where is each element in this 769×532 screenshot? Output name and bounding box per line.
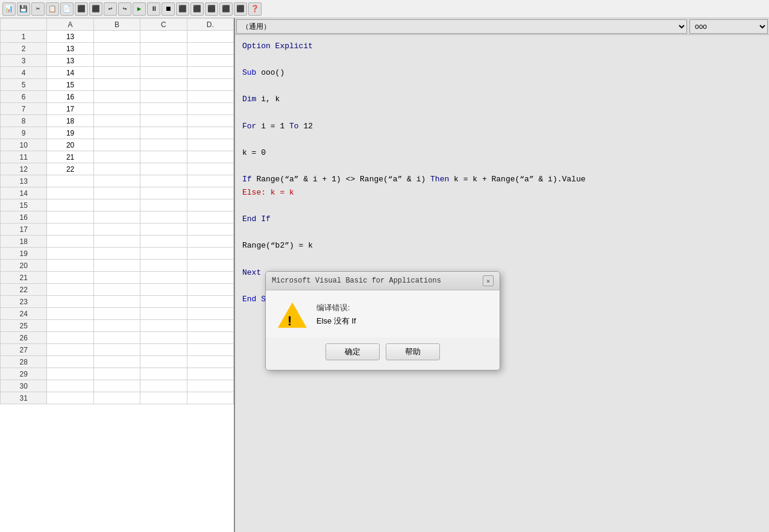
cell-18-a[interactable]	[47, 236, 93, 248]
toolbar-btn-4[interactable]: 📋	[46, 2, 59, 16]
cell-2-b[interactable]	[93, 43, 140, 55]
cell-15-a[interactable]	[47, 199, 93, 211]
table-row[interactable]: 22	[1, 284, 234, 296]
cell-6-b[interactable]	[93, 91, 140, 103]
cell-26-b[interactable]	[93, 332, 140, 344]
cell-8-c[interactable]	[140, 115, 187, 127]
cell-23-d[interactable]	[187, 296, 233, 308]
toolbar-btn-14[interactable]: ⬛	[234, 2, 247, 16]
cell-3-c[interactable]	[140, 55, 187, 67]
cell-27-a[interactable]	[47, 344, 93, 356]
table-row[interactable]: 15	[1, 199, 234, 211]
cell-28-d[interactable]	[187, 356, 233, 368]
cell-25-b[interactable]	[93, 320, 140, 332]
cell-13-c[interactable]	[140, 175, 187, 187]
cell-20-a[interactable]	[47, 260, 93, 272]
cell-10-b[interactable]	[93, 139, 140, 151]
cell-11-d[interactable]	[187, 151, 233, 163]
toolbar-btn-15[interactable]: ❓	[248, 2, 262, 16]
table-row[interactable]: 17	[1, 224, 234, 236]
cell-18-d[interactable]	[187, 236, 233, 248]
cell-6-d[interactable]	[187, 91, 233, 103]
cell-9-d[interactable]	[187, 127, 233, 139]
table-row[interactable]: 29	[1, 368, 234, 380]
table-row[interactable]: 24	[1, 308, 234, 320]
cell-5-c[interactable]	[140, 79, 187, 91]
cell-22-b[interactable]	[93, 284, 140, 296]
cell-17-a[interactable]	[47, 224, 93, 236]
cell-29-c[interactable]	[140, 368, 187, 380]
cell-23-a[interactable]	[47, 296, 93, 308]
cell-11-c[interactable]	[140, 151, 187, 163]
cell-10-d[interactable]	[187, 139, 233, 151]
table-row[interactable]: 1121	[1, 151, 234, 163]
cell-15-c[interactable]	[140, 199, 187, 211]
cell-18-b[interactable]	[93, 236, 140, 248]
cell-11-a[interactable]: 21	[47, 151, 93, 163]
cell-10-c[interactable]	[140, 139, 187, 151]
table-row[interactable]: 1020	[1, 139, 234, 151]
cell-16-d[interactable]	[187, 211, 233, 224]
cell-26-d[interactable]	[187, 332, 233, 344]
cell-31-a[interactable]	[47, 392, 93, 404]
table-row[interactable]: 19	[1, 248, 234, 260]
table-row[interactable]: 23	[1, 296, 234, 308]
cell-27-c[interactable]	[140, 344, 187, 356]
cell-21-d[interactable]	[187, 272, 233, 284]
cell-26-c[interactable]	[140, 332, 187, 344]
cell-21-b[interactable]	[93, 272, 140, 284]
cell-15-b[interactable]	[93, 199, 140, 211]
table-row[interactable]: 113	[1, 31, 234, 43]
cell-5-d[interactable]	[187, 79, 233, 91]
cell-9-c[interactable]	[140, 127, 187, 139]
table-row[interactable]: 30	[1, 380, 234, 392]
cell-23-c[interactable]	[140, 296, 187, 308]
cell-4-c[interactable]	[140, 67, 187, 79]
cell-31-c[interactable]	[140, 392, 187, 404]
cell-7-c[interactable]	[140, 103, 187, 115]
cell-30-a[interactable]	[47, 380, 93, 392]
cell-6-a[interactable]: 16	[47, 91, 93, 103]
cell-19-b[interactable]	[93, 248, 140, 260]
cell-14-c[interactable]	[140, 187, 187, 199]
cell-16-c[interactable]	[140, 211, 187, 224]
cell-20-c[interactable]	[140, 260, 187, 272]
cell-22-c[interactable]	[140, 284, 187, 296]
cell-13-a[interactable]	[47, 175, 93, 187]
cell-24-b[interactable]	[93, 308, 140, 320]
cell-4-b[interactable]	[93, 67, 140, 79]
cell-14-a[interactable]	[47, 187, 93, 199]
cell-15-d[interactable]	[187, 199, 233, 211]
cell-17-b[interactable]	[93, 224, 140, 236]
table-row[interactable]: 20	[1, 260, 234, 272]
toolbar-pause-btn[interactable]: ⏸	[147, 2, 160, 16]
cell-2-d[interactable]	[187, 43, 233, 55]
cell-19-a[interactable]	[47, 248, 93, 260]
cell-2-a[interactable]: 13	[47, 43, 93, 55]
cell-26-a[interactable]	[47, 332, 93, 344]
cell-28-c[interactable]	[140, 356, 187, 368]
table-row[interactable]: 28	[1, 356, 234, 368]
cell-29-a[interactable]	[47, 368, 93, 380]
cell-20-b[interactable]	[93, 260, 140, 272]
cell-1-c[interactable]	[140, 31, 187, 43]
cell-13-d[interactable]	[187, 175, 233, 187]
table-row[interactable]: 25	[1, 320, 234, 332]
cell-7-d[interactable]	[187, 103, 233, 115]
toolbar-btn-8[interactable]: ↩	[104, 2, 117, 16]
cell-19-d[interactable]	[187, 248, 233, 260]
col-header-b[interactable]: B	[93, 19, 140, 31]
cell-19-c[interactable]	[140, 248, 187, 260]
cell-5-b[interactable]	[93, 79, 140, 91]
cell-11-b[interactable]	[93, 151, 140, 163]
dialog-close-btn[interactable]: ✕	[483, 275, 494, 286]
cell-12-c[interactable]	[140, 163, 187, 175]
cell-28-a[interactable]	[47, 356, 93, 368]
cell-8-b[interactable]	[93, 115, 140, 127]
col-header-c[interactable]: C	[140, 19, 187, 31]
cell-24-c[interactable]	[140, 308, 187, 320]
cell-8-a[interactable]: 18	[47, 115, 93, 127]
cell-29-b[interactable]	[93, 368, 140, 380]
cell-1-a[interactable]: 13	[47, 31, 93, 43]
table-row[interactable]: 818	[1, 115, 234, 127]
